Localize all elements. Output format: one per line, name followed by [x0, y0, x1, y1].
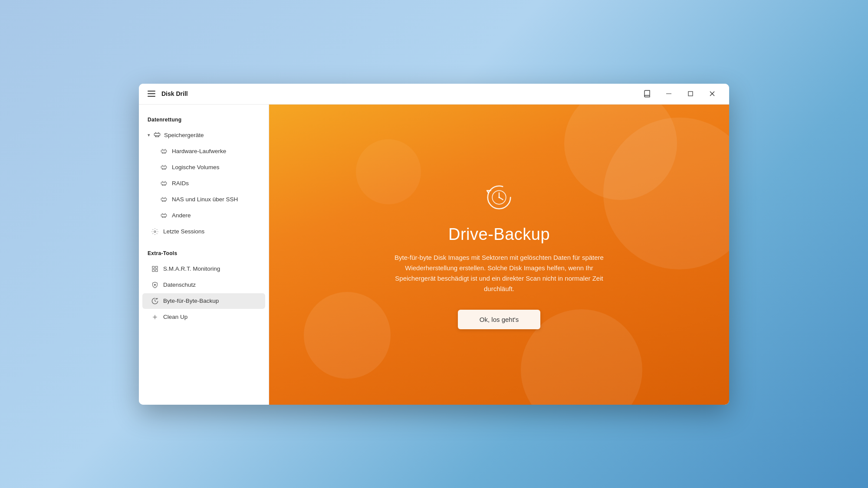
smart-label: S.M.A.R.T. Monitoring — [163, 265, 220, 272]
andere-icon — [160, 212, 168, 219]
backup-item-icon — [151, 297, 159, 305]
sidebar-item-backup[interactable]: Byte-für-Byte-Backup — [142, 293, 265, 309]
svg-rect-5 — [161, 150, 167, 152]
datenrettung-label: Datenrettung — [139, 113, 269, 127]
backup-icon-container — [482, 180, 516, 215]
svg-point-22 — [498, 197, 500, 198]
main-content: Datenrettung ▾ Speichergeräte — [139, 105, 729, 405]
drive-sub-icon — [160, 147, 168, 155]
svg-rect-0 — [666, 94, 671, 94]
extra-tools-label: Extra-Tools — [139, 247, 269, 261]
book-button[interactable] — [637, 87, 657, 101]
content-panel: Drive-Backup Byte-für-byte Disk Images m… — [269, 105, 729, 405]
raids-icon — [160, 180, 168, 187]
svg-point-15 — [155, 284, 156, 285]
speichergeraete-label: Speichergeräte — [164, 132, 204, 138]
title-bar: Disk Drill — [139, 84, 729, 105]
app-window: Disk Drill — [139, 84, 729, 405]
raids-label: RAIDs — [172, 180, 189, 187]
close-button[interactable] — [702, 87, 722, 101]
logical-label: Logische Volumes — [172, 164, 220, 170]
backup-clock-icon — [484, 182, 514, 213]
hardware-label: Hardware-Laufwerke — [172, 148, 226, 154]
sessions-icon — [151, 228, 159, 236]
privacy-icon — [151, 281, 159, 289]
svg-rect-7 — [161, 182, 167, 184]
sidebar-item-nas[interactable]: NAS und Linux über SSH — [142, 192, 265, 207]
action-button[interactable]: Ok, los geht's — [458, 310, 540, 329]
sidebar-item-raids[interactable]: RAIDs — [142, 176, 265, 191]
svg-rect-13 — [152, 269, 155, 272]
backup-description: Byte-für-byte Disk Images mit Sektoren m… — [386, 252, 612, 294]
svg-rect-4 — [154, 133, 160, 135]
sidebar-item-smart[interactable]: S.M.A.R.T. Monitoring — [142, 261, 265, 277]
cleanup-icon — [151, 313, 159, 321]
sidebar-item-datenschutz[interactable]: Datenschutz — [142, 277, 265, 293]
svg-point-10 — [154, 231, 156, 233]
smart-icon — [151, 265, 159, 273]
title-bar-left: Disk Drill — [146, 89, 188, 98]
nas-icon — [160, 196, 168, 203]
sidebar-item-letzte-sessions[interactable]: Letzte Sessions — [142, 224, 265, 239]
svg-rect-8 — [161, 198, 167, 200]
svg-rect-12 — [155, 266, 158, 269]
speichergeraete-header[interactable]: ▾ Speichergeräte — [139, 127, 269, 143]
nas-label: NAS und Linux über SSH — [172, 196, 238, 203]
cleanup-label: Clean Up — [163, 314, 187, 320]
chevron-down-icon: ▾ — [148, 132, 150, 138]
maximize-button[interactable] — [681, 87, 700, 101]
sidebar-item-hardware[interactable]: Hardware-Laufwerke — [142, 144, 265, 159]
backup-item-label: Byte-für-Byte-Backup — [163, 298, 219, 304]
title-bar-right — [637, 87, 722, 101]
sidebar: Datenrettung ▾ Speichergeräte — [139, 105, 269, 405]
datenschutz-label: Datenschutz — [163, 282, 196, 288]
drive-icon — [154, 131, 161, 139]
minimize-button[interactable] — [659, 87, 679, 101]
svg-rect-11 — [152, 266, 155, 269]
andere-label: Andere — [172, 212, 191, 219]
sidebar-item-cleanup[interactable]: Clean Up — [142, 309, 265, 325]
sidebar-item-andere[interactable]: Andere — [142, 208, 265, 223]
app-title: Disk Drill — [161, 90, 188, 97]
center-content: Drive-Backup Byte-für-byte Disk Images m… — [369, 163, 629, 347]
svg-rect-6 — [161, 166, 167, 168]
backup-title: Drive-Backup — [448, 225, 550, 244]
svg-rect-14 — [155, 269, 158, 272]
hamburger-menu-icon[interactable] — [146, 89, 157, 98]
letzte-sessions-label: Letzte Sessions — [163, 228, 204, 235]
svg-rect-9 — [161, 214, 167, 216]
sidebar-item-logical[interactable]: Logische Volumes — [142, 160, 265, 175]
logical-icon — [160, 164, 168, 171]
svg-rect-1 — [688, 92, 693, 96]
